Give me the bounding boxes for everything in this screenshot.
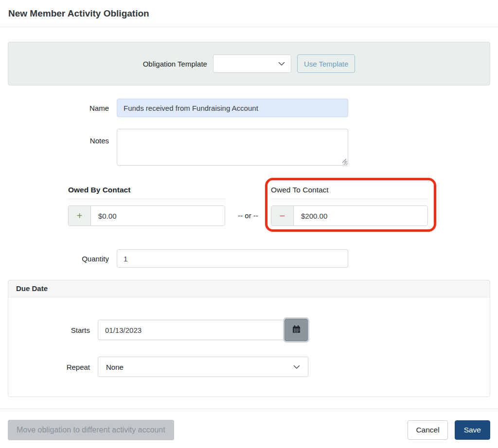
name-row: Name <box>0 99 498 117</box>
move-obligation-button[interactable]: Move obligation to different activity ac… <box>8 420 174 440</box>
repeat-row: Repeat None <box>8 357 490 377</box>
due-date-body: Starts <box>8 297 490 396</box>
owed-by-amount-input[interactable] <box>91 206 225 225</box>
repeat-label: Repeat <box>8 363 98 371</box>
plus-icon[interactable]: + <box>69 206 91 225</box>
owed-to-amount-input[interactable] <box>294 206 427 225</box>
name-label: Name <box>0 104 117 112</box>
starts-row: Starts <box>8 319 490 341</box>
owed-by-heading: Owed By Contact <box>68 183 225 199</box>
page-title: New Member Activity Obligation <box>0 0 498 19</box>
notes-textarea[interactable] <box>117 129 348 166</box>
title-divider <box>0 27 498 27</box>
obligation-template-select[interactable] <box>213 54 291 73</box>
minus-icon[interactable]: − <box>271 206 294 225</box>
quantity-input[interactable] <box>117 249 348 268</box>
chevron-down-icon <box>293 365 300 369</box>
footer-divider <box>0 409 498 409</box>
starts-date-input[interactable] <box>98 320 285 340</box>
owed-by-column: Owed By Contact + <box>68 183 225 226</box>
use-template-button[interactable]: Use Template <box>297 54 355 73</box>
due-date-heading: Due Date <box>8 280 490 297</box>
owed-to-column: Owed To Contact − <box>271 183 428 226</box>
repeat-select[interactable]: None <box>98 357 308 377</box>
owed-to-input-group: − <box>271 206 428 226</box>
repeat-select-value: None <box>106 363 124 371</box>
quantity-label: Quantity <box>0 255 117 263</box>
obligation-template-panel: Obligation Template Use Template <box>8 42 490 86</box>
chevron-down-icon <box>278 62 285 66</box>
calendar-icon <box>292 325 301 335</box>
notes-label: Notes <box>0 129 117 145</box>
save-button[interactable]: Save <box>455 420 490 440</box>
calendar-button[interactable] <box>285 319 308 341</box>
starts-label: Starts <box>8 326 98 334</box>
owed-to-heading: Owed To Contact <box>271 183 428 199</box>
cancel-button[interactable]: Cancel <box>408 420 447 440</box>
obligation-template-label: Obligation Template <box>143 60 207 68</box>
or-separator: -- or -- <box>225 211 271 220</box>
owed-section: Owed By Contact + -- or -- Owed To Conta… <box>0 183 498 226</box>
quantity-row: Quantity <box>0 249 498 268</box>
owed-by-input-group: + <box>68 206 225 226</box>
notes-row: Notes <box>0 129 498 168</box>
name-input[interactable] <box>117 99 348 117</box>
footer-actions: Move obligation to different activity ac… <box>8 420 490 440</box>
due-date-card: Due Date Starts <box>8 280 490 397</box>
